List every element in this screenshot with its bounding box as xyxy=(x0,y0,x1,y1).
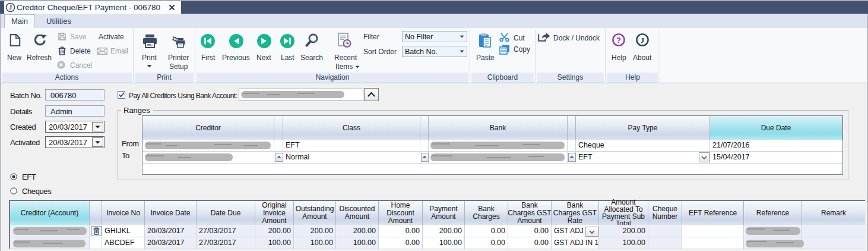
svg-text:J: J xyxy=(641,36,645,45)
svg-text:J: J xyxy=(9,4,12,11)
svg-text:?: ? xyxy=(616,36,621,45)
